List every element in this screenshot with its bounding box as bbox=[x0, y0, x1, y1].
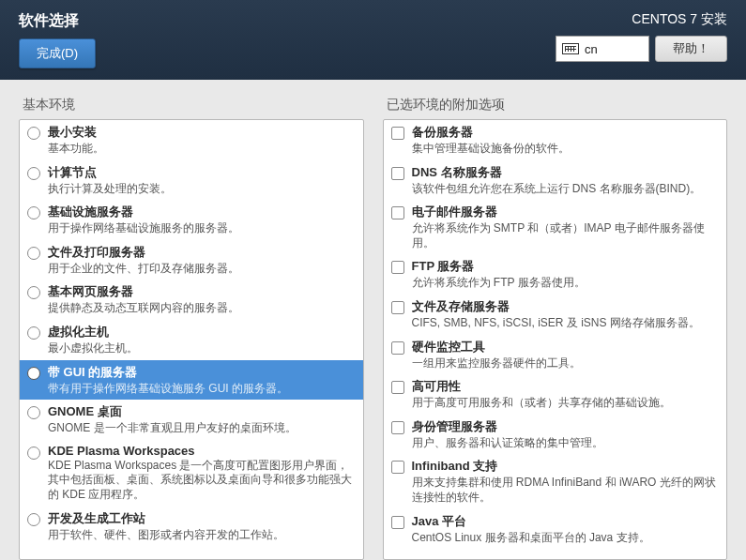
env-item-text: 基础设施服务器用于操作网络基础设施服务的服务器。 bbox=[48, 204, 356, 236]
env-item-text: 虚拟化主机最小虚拟化主机。 bbox=[48, 324, 356, 356]
env-item-name: KDE Plasma Workspaces bbox=[48, 444, 356, 458]
env-item-name: 计算节点 bbox=[48, 164, 356, 181]
keyboard-layout-label: cn bbox=[585, 42, 598, 56]
addon-item[interactable]: Java 平台CentOS Linux 服务器和桌面平台的 Java 支持。 bbox=[384, 509, 727, 550]
done-button[interactable]: 完成(D) bbox=[19, 38, 96, 68]
addon-item-name: 备份服务器 bbox=[412, 124, 720, 141]
env-item-text: 带 GUI 的服务器带有用于操作网络基础设施服务 GUI 的服务器。 bbox=[48, 364, 356, 397]
env-item-text: 开发及生成工作站用于软件、硬件、图形或者内容开发的工作站。 bbox=[48, 510, 356, 543]
addon-item-name: 身份管理服务器 bbox=[412, 418, 720, 435]
env-item-text: 基本网页服务器提供静态及动态互联网内容的服务器。 bbox=[48, 283, 356, 316]
env-item[interactable]: 基础设施服务器用于操作网络基础设施服务的服务器。 bbox=[20, 200, 363, 240]
radio-icon[interactable] bbox=[27, 406, 40, 419]
addon-item-desc: 一组用来监控服务器硬件的工具。 bbox=[412, 356, 720, 371]
radio-icon[interactable] bbox=[27, 127, 40, 140]
env-item[interactable]: 计算节点执行计算及处理的安装。 bbox=[20, 160, 363, 201]
env-item[interactable]: 带 GUI 的服务器带有用于操作网络基础设施服务 GUI 的服务器。 bbox=[20, 360, 363, 401]
radio-icon[interactable] bbox=[27, 206, 40, 219]
radio-icon[interactable] bbox=[27, 513, 40, 526]
env-item-text: GNOME 桌面GNOME 是一个非常直观且用户友好的桌面环境。 bbox=[48, 403, 356, 436]
checkbox-icon[interactable] bbox=[391, 167, 404, 180]
addon-item[interactable]: FTP 服务器允许将系统作为 FTP 服务器使用。 bbox=[384, 254, 727, 295]
checkbox-icon[interactable] bbox=[391, 341, 404, 355]
addon-item-name: 高可用性 bbox=[412, 378, 720, 395]
install-title: CENTOS 7 安装 bbox=[556, 11, 727, 28]
addon-item-desc: 用户、服务器和认证策略的集中管理。 bbox=[412, 436, 720, 451]
radio-icon[interactable] bbox=[27, 286, 40, 299]
checkbox-icon[interactable] bbox=[391, 516, 404, 529]
addon-item[interactable]: 电子邮件服务器允许将系统作为 SMTP 和（或者）IMAP 电子邮件服务器使用。 bbox=[384, 200, 727, 254]
env-item-name: 基本网页服务器 bbox=[48, 283, 356, 300]
checkbox-icon[interactable] bbox=[391, 461, 404, 474]
env-item[interactable]: 基本网页服务器提供静态及动态互联网内容的服务器。 bbox=[20, 280, 363, 320]
addon-item-text: 硬件监控工具一组用来监控服务器硬件的工具。 bbox=[412, 339, 720, 371]
addon-item-desc: 用于高度可用服务和（或者）共享存储的基础设施。 bbox=[412, 396, 720, 411]
keyboard-layout-selector[interactable]: cn bbox=[556, 36, 649, 62]
env-item[interactable]: 虚拟化主机最小虚拟化主机。 bbox=[20, 320, 363, 360]
env-item[interactable]: 开发及生成工作站用于软件、硬件、图形或者内容开发的工作站。 bbox=[20, 507, 363, 547]
radio-icon[interactable] bbox=[27, 167, 40, 180]
addon-item-text: DNS 名称服务器该软件包组允许您在系统上运行 DNS 名称服务器(BIND)。 bbox=[412, 164, 720, 197]
base-env-list[interactable]: 最小安装基本功能。计算节点执行计算及处理的安装。基础设施服务器用于操作网络基础设… bbox=[19, 119, 364, 560]
env-item-desc: 执行计算及处理的安装。 bbox=[48, 182, 356, 197]
env-item[interactable]: 文件及打印服务器用于企业的文件、打印及存储服务器。 bbox=[20, 240, 363, 280]
checkbox-icon[interactable] bbox=[391, 206, 404, 219]
addon-item-desc: CIFS, SMB, NFS, iSCSI, iSER 及 iSNS 网络存储服… bbox=[412, 316, 720, 331]
addon-item[interactable]: 身份管理服务器用户、服务器和认证策略的集中管理。 bbox=[384, 415, 727, 455]
checkbox-icon[interactable] bbox=[391, 127, 404, 140]
checkbox-icon[interactable] bbox=[391, 301, 404, 314]
env-item-desc: 带有用于操作网络基础设施服务 GUI 的服务器。 bbox=[48, 382, 356, 397]
checkbox-icon[interactable] bbox=[391, 421, 404, 434]
header: 软件选择 完成(D) CENTOS 7 安装 cn 帮助！ bbox=[0, 0, 746, 80]
radio-icon[interactable] bbox=[27, 247, 40, 260]
addon-item-desc: 该软件包组允许您在系统上运行 DNS 名称服务器(BIND)。 bbox=[412, 182, 720, 197]
addon-item[interactable]: 硬件监控工具一组用来监控服务器硬件的工具。 bbox=[384, 335, 727, 375]
radio-icon[interactable] bbox=[27, 446, 40, 460]
env-item-name: 最小安装 bbox=[48, 124, 356, 141]
env-item[interactable]: 最小安装基本功能。 bbox=[20, 120, 363, 160]
body: 基本环境 最小安装基本功能。计算节点执行计算及处理的安装。基础设施服务器用于操作… bbox=[0, 80, 746, 560]
addon-item[interactable]: DNS 名称服务器该软件包组允许您在系统上运行 DNS 名称服务器(BIND)。 bbox=[384, 160, 727, 201]
addon-item-text: 备份服务器集中管理基础设施备份的软件。 bbox=[412, 124, 720, 157]
env-item-desc: 用于企业的文件、打印及存储服务器。 bbox=[48, 262, 356, 277]
header-right: CENTOS 7 安装 cn 帮助！ bbox=[556, 11, 727, 62]
base-env-heading: 基本环境 bbox=[19, 97, 364, 114]
addon-item-text: 身份管理服务器用户、服务器和认证策略的集中管理。 bbox=[412, 418, 720, 451]
env-item-desc: 基本功能。 bbox=[48, 142, 356, 157]
addon-item[interactable]: 文件及存储服务器CIFS, SMB, NFS, iSCSI, iSER 及 iS… bbox=[384, 295, 727, 335]
addon-column: 已选环境的附加选项 备份服务器集中管理基础设施备份的软件。DNS 名称服务器该软… bbox=[383, 97, 728, 560]
checkbox-icon[interactable] bbox=[391, 261, 404, 274]
addon-item-name: DNS 名称服务器 bbox=[412, 164, 720, 181]
addon-item-desc: 集中管理基础设施备份的软件。 bbox=[412, 142, 720, 157]
env-item-text: 文件及打印服务器用于企业的文件、打印及存储服务器。 bbox=[48, 244, 356, 277]
addon-item-text: Infiniband 支持用来支持集群和使用 RDMA InfiniBand 和… bbox=[412, 458, 720, 505]
env-item-desc: 最小虚拟化主机。 bbox=[48, 341, 356, 356]
env-item-desc: GNOME 是一个非常直观且用户友好的桌面环境。 bbox=[48, 421, 356, 436]
env-item-name: 开发及生成工作站 bbox=[48, 510, 356, 527]
addon-heading: 已选环境的附加选项 bbox=[383, 97, 728, 114]
header-controls: cn 帮助！ bbox=[556, 36, 727, 62]
addon-list[interactable]: 备份服务器集中管理基础设施备份的软件。DNS 名称服务器该软件包组允许您在系统上… bbox=[383, 119, 728, 560]
env-item-text: KDE Plasma WorkspacesKDE Plasma Workspac… bbox=[48, 444, 356, 503]
radio-icon[interactable] bbox=[27, 367, 40, 380]
addon-item[interactable]: 高可用性用于高度可用服务和（或者）共享存储的基础设施。 bbox=[384, 374, 727, 415]
page-title: 软件选择 bbox=[19, 11, 96, 31]
header-left: 软件选择 完成(D) bbox=[19, 11, 96, 68]
addon-item-text: 文件及存储服务器CIFS, SMB, NFS, iSCSI, iSER 及 iS… bbox=[412, 298, 720, 331]
radio-icon[interactable] bbox=[27, 326, 40, 340]
addon-item-desc: 用来支持集群和使用 RDMA InfiniBand 和 iWARO 光纤的网状连… bbox=[412, 476, 720, 505]
env-item-desc: 提供静态及动态互联网内容的服务器。 bbox=[48, 301, 356, 316]
addon-item-text: 高可用性用于高度可用服务和（或者）共享存储的基础设施。 bbox=[412, 378, 720, 411]
checkbox-icon[interactable] bbox=[391, 381, 404, 394]
env-item-name: 虚拟化主机 bbox=[48, 324, 356, 341]
env-item-name: GNOME 桌面 bbox=[48, 403, 356, 420]
addon-item[interactable]: Infiniband 支持用来支持集群和使用 RDMA InfiniBand 和… bbox=[384, 454, 727, 508]
help-button[interactable]: 帮助！ bbox=[655, 36, 727, 62]
env-item-name: 带 GUI 的服务器 bbox=[48, 364, 356, 381]
env-item[interactable]: KDE Plasma WorkspacesKDE Plasma Workspac… bbox=[20, 440, 363, 507]
addon-item-name: Infiniband 支持 bbox=[412, 458, 720, 475]
env-item-text: 计算节点执行计算及处理的安装。 bbox=[48, 164, 356, 197]
keyboard-icon bbox=[562, 43, 579, 54]
env-item[interactable]: GNOME 桌面GNOME 是一个非常直观且用户友好的桌面环境。 bbox=[20, 400, 363, 440]
addon-item[interactable]: 备份服务器集中管理基础设施备份的软件。 bbox=[384, 120, 727, 160]
